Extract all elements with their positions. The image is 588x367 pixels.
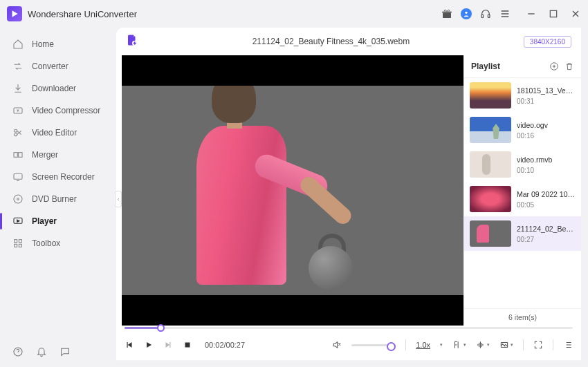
sidebar-item-compressor[interactable]: Video Compressor <box>0 100 116 122</box>
chevron-down-icon[interactable]: ▾ <box>440 342 443 348</box>
current-file-title: 211124_02_Beauty Fitness_4k_035.webm <box>138 37 524 46</box>
playlist-thumbnail <box>470 82 511 109</box>
gift-icon[interactable] <box>441 8 452 19</box>
maximize-icon[interactable] <box>548 8 559 19</box>
svg-rect-4 <box>488 15 490 17</box>
playlist-item-duration: 00:27 <box>517 236 576 243</box>
bell-icon[interactable] <box>36 346 47 357</box>
playlist-count: 6 item(s) <box>464 308 581 326</box>
playlist-add-icon[interactable] <box>549 62 559 71</box>
svg-rect-3 <box>481 15 484 17</box>
playlist-panel: Playlist 181015_13_Venic...00:31 video.o… <box>463 55 581 326</box>
playlist-item[interactable]: 211124_02_Beau...00:27 <box>464 216 581 251</box>
playlist-thumbnail <box>470 117 511 143</box>
playlist-item-name: Mar 09 2022 10_... <box>517 190 576 198</box>
sidebar-item-editor[interactable]: Video Editor <box>0 122 116 144</box>
help-icon[interactable] <box>12 346 24 357</box>
svg-point-8 <box>15 133 17 136</box>
svg-rect-18 <box>19 244 21 247</box>
playlist-delete-icon[interactable] <box>564 62 574 71</box>
svg-rect-22 <box>185 343 190 348</box>
playlist-item-name: video.rmvb <box>517 156 552 164</box>
svg-point-2 <box>465 12 467 14</box>
playlist-item[interactable]: video.rmvb00:10 <box>464 147 581 182</box>
playlist-item-duration: 00:16 <box>517 132 548 140</box>
svg-rect-10 <box>19 153 22 158</box>
resolution-badge[interactable]: 3840X2160 <box>524 36 571 48</box>
user-avatar-icon[interactable] <box>461 8 472 19</box>
playlist-item-name: 211124_02_Beau... <box>517 225 576 233</box>
sidebar-label: Player <box>32 216 57 226</box>
sidebar-label: Home <box>32 39 54 49</box>
next-button[interactable] <box>163 340 173 350</box>
playlist-toggle-button[interactable] <box>563 340 573 350</box>
sidebar-item-player[interactable]: Player <box>0 210 116 232</box>
sidebar-item-converter[interactable]: Converter <box>0 55 116 77</box>
audio-track-button[interactable]: ▾ <box>476 340 490 350</box>
svg-point-13 <box>17 198 19 200</box>
sidebar-item-merger[interactable]: Merger <box>0 144 116 166</box>
screenshot-button[interactable]: ▾ <box>499 340 513 350</box>
main-panel: 211124_02_Beauty Fitness_4k_035.webm 384… <box>116 28 581 360</box>
close-icon[interactable] <box>570 8 581 19</box>
subtitle-button[interactable]: ▾ <box>452 340 466 350</box>
prev-button[interactable] <box>125 340 134 350</box>
playlist-item[interactable]: video.ogv00:16 <box>464 113 581 147</box>
sidebar-item-downloader[interactable]: Downloader <box>0 77 116 100</box>
svg-point-12 <box>14 195 22 203</box>
app-title: Wondershare UniConverter <box>28 9 137 19</box>
svg-point-7 <box>15 129 17 132</box>
svg-rect-5 <box>550 10 556 17</box>
headset-icon[interactable] <box>480 8 491 19</box>
svg-rect-17 <box>15 244 17 247</box>
progress-bar[interactable] <box>125 327 573 329</box>
time-display: 00:02/00:27 <box>205 341 245 349</box>
svg-rect-9 <box>14 153 17 158</box>
volume-slider[interactable] <box>351 344 396 346</box>
hamburger-icon[interactable] <box>499 8 511 19</box>
sidebar-item-toolbox[interactable]: Toolbox <box>0 232 116 254</box>
mute-icon[interactable] <box>332 340 342 350</box>
playlist-item-duration: 00:31 <box>517 97 576 105</box>
feedback-icon[interactable] <box>59 346 71 357</box>
playlist-thumbnail <box>470 151 511 178</box>
playlist-thumbnail <box>470 220 511 247</box>
svg-rect-16 <box>19 240 21 243</box>
playlist-item-duration: 00:05 <box>517 201 576 209</box>
sidebar: Home Converter Downloader Video Compress… <box>0 28 116 367</box>
playlist-item[interactable]: Mar 09 2022 10_...00:05 <box>464 182 581 216</box>
svg-rect-15 <box>15 240 17 243</box>
title-bar: Wondershare UniConverter <box>0 0 588 28</box>
minimize-icon[interactable] <box>526 8 537 19</box>
sidebar-item-recorder[interactable]: Screen Recorder <box>0 166 116 188</box>
playlist-item-name: video.ogv <box>517 121 548 129</box>
collapse-sidebar-button[interactable]: ‹ <box>115 191 122 207</box>
video-frame <box>122 86 463 295</box>
sidebar-label: Video Compressor <box>32 106 100 115</box>
svg-rect-11 <box>14 173 22 179</box>
sidebar-label: Merger <box>32 150 58 160</box>
app-logo <box>7 6 22 21</box>
playlist-thumbnail <box>470 186 511 212</box>
sidebar-label: Video Editor <box>32 128 77 138</box>
playback-rate[interactable]: 1.0x <box>416 341 430 349</box>
video-viewport[interactable] <box>122 55 463 326</box>
svg-rect-0 <box>443 13 451 18</box>
sidebar-item-home[interactable]: Home <box>0 33 116 55</box>
sidebar-label: Toolbox <box>32 238 60 248</box>
sidebar-label: Screen Recorder <box>32 172 95 182</box>
playlist-item[interactable]: 181015_13_Venic...00:31 <box>464 78 581 113</box>
add-file-button[interactable] <box>126 34 138 49</box>
playlist-item-name: 181015_13_Venic... <box>517 86 576 95</box>
player-controls: 00:02/00:27 1.0x▾ ▾ ▾ ▾ <box>116 326 581 360</box>
play-button[interactable] <box>144 340 154 350</box>
stop-button[interactable] <box>183 340 192 350</box>
svg-rect-1 <box>442 12 451 13</box>
sidebar-item-dvd[interactable]: DVD Burner <box>0 188 116 210</box>
sidebar-label: Converter <box>32 62 68 71</box>
sidebar-label: DVD Burner <box>32 194 77 204</box>
playlist-title: Playlist <box>471 62 544 71</box>
sidebar-label: Downloader <box>32 84 76 93</box>
playlist-item-duration: 00:10 <box>517 167 552 174</box>
fullscreen-button[interactable] <box>533 340 543 350</box>
